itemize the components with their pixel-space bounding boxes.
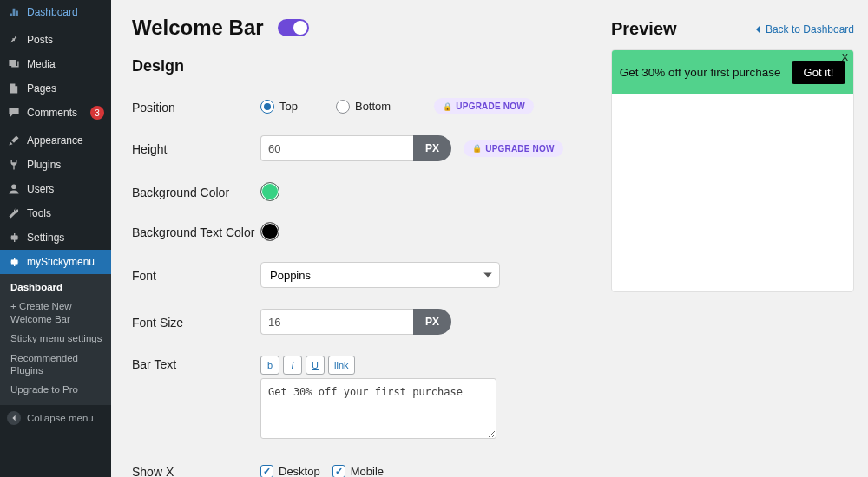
sidebar-item-label: Posts [27, 34, 104, 46]
enable-toggle[interactable] [278, 19, 309, 36]
sidebar-item-dashboard[interactable]: Dashboard [0, 0, 111, 24]
sidebar-submenu: Dashboard + Create New Welcome Bar Stick… [0, 274, 111, 405]
preview-title: Preview [611, 19, 677, 39]
row-bar-text: Bar Text b i U link [132, 349, 590, 456]
font-select[interactable]: Poppins [260, 262, 500, 288]
lock-icon: 🔒 [443, 102, 452, 111]
row-font-size: Font Size PX [132, 302, 590, 349]
radio-label: Top [279, 100, 298, 113]
font-label: Font [132, 267, 260, 283]
comments-count-badge: 3 [90, 106, 104, 120]
sidebar-item-settings[interactable]: Settings [0, 225, 111, 250]
radio-label: Bottom [355, 100, 391, 113]
editor-link-button[interactable]: link [328, 356, 355, 375]
showx-desktop-checkbox[interactable]: Desktop [260, 465, 320, 478]
sidebar-item-plugins[interactable]: Plugins [0, 153, 111, 177]
preview-frame: Get 30% off your first purchase Got it! … [611, 49, 854, 292]
sidebar-item-pages[interactable]: Pages [0, 76, 111, 101]
collapse-menu-button[interactable]: Collapse menu [0, 405, 111, 431]
editor-underline-button[interactable]: U [306, 356, 325, 375]
fontsize-input[interactable] [260, 309, 413, 335]
position-top-radio[interactable]: Top [260, 100, 298, 114]
gear-icon [7, 255, 21, 269]
bgcolor-label: Background Color [132, 184, 260, 199]
upgrade-now-button[interactable]: 🔒 UPGRADE NOW [434, 98, 534, 114]
sidebar-item-mystickymenu[interactable]: myStickymenu [0, 250, 111, 274]
editor-bold-button[interactable]: b [260, 356, 279, 375]
sidebar-sub-dashboard[interactable]: Dashboard [0, 278, 111, 297]
collapse-icon [7, 411, 21, 425]
sidebar-item-label: Pages [27, 82, 104, 95]
font-value: Poppins [270, 269, 311, 282]
row-bg-color: Background Color [132, 175, 590, 215]
row-font: Font Poppins [132, 255, 590, 302]
sidebar-item-users[interactable]: Users [0, 177, 111, 201]
upgrade-label: UPGRADE NOW [485, 144, 554, 154]
preview-panel: Preview Back to Dashboard Get 30% off yo… [611, 16, 854, 292]
check-label: Desktop [279, 465, 320, 478]
fontsize-label: Font Size [132, 314, 260, 330]
sidebar-item-label: Plugins [27, 159, 104, 171]
bgcolor-swatch[interactable] [260, 182, 279, 201]
sidebar-item-label: Tools [27, 207, 104, 219]
sidebar-item-label: Users [27, 183, 104, 195]
editor-italic-button[interactable]: i [283, 356, 302, 375]
sidebar-item-comments[interactable]: Comments 3 [0, 101, 111, 125]
bartext-textarea[interactable] [260, 378, 496, 439]
gear-icon [7, 231, 21, 245]
form-panel: Welcome Bar Design Position Top Bottom 🔒… [132, 16, 590, 477]
sidebar-item-label: Appearance [27, 134, 104, 147]
row-position: Position Top Bottom 🔒 UPGRADE NOW [132, 91, 590, 128]
preview-close-button[interactable]: X [842, 52, 848, 62]
sidebar-item-media[interactable]: Media [0, 52, 111, 76]
pin-icon [7, 33, 21, 47]
chevron-left-icon [753, 25, 762, 34]
comment-icon [7, 106, 21, 120]
height-label: Height [132, 140, 260, 156]
sidebar-sub-create[interactable]: + Create New Welcome Bar [0, 297, 111, 329]
showx-mobile-checkbox[interactable]: Mobile [332, 465, 384, 478]
sidebar-item-appearance[interactable]: Appearance [0, 128, 111, 153]
brush-icon [7, 134, 21, 147]
sidebar-sub-recommended[interactable]: Recommended Plugins [0, 349, 111, 381]
preview-bar: Get 30% off your first purchase Got it! … [612, 50, 853, 94]
bartext-label: Bar Text [132, 356, 260, 371]
plug-icon [7, 158, 21, 172]
sidebar-item-posts[interactable]: Posts [0, 28, 111, 52]
height-input[interactable] [260, 135, 413, 161]
media-icon [7, 57, 21, 71]
position-bottom-radio[interactable]: Bottom [336, 100, 391, 114]
upgrade-label: UPGRADE NOW [456, 101, 524, 111]
admin-sidebar: Dashboard Posts Media Pages Comments 3 A… [0, 0, 111, 477]
section-title: Design [132, 57, 590, 75]
lock-icon: 🔒 [472, 144, 482, 153]
sidebar-item-tools[interactable]: Tools [0, 201, 111, 225]
dashboard-icon [7, 5, 21, 19]
fontsize-unit: PX [413, 309, 451, 335]
sidebar-sub-upgrade[interactable]: Upgrade to Pro [0, 380, 111, 399]
height-unit: PX [413, 135, 451, 161]
textcolor-label: Background Text Color [132, 224, 260, 239]
wrench-icon [7, 206, 21, 220]
back-to-dashboard-link[interactable]: Back to Dashboard [753, 23, 854, 36]
showx-label: Show X [132, 463, 260, 477]
page-icon [7, 82, 21, 95]
sidebar-item-label: Media [27, 58, 104, 70]
check-label: Mobile [351, 465, 384, 478]
collapse-menu-label: Collapse menu [27, 413, 94, 423]
textcolor-swatch[interactable] [260, 222, 279, 241]
svg-point-0 [11, 184, 16, 189]
preview-bar-text: Get 30% off your first purchase [620, 66, 781, 79]
row-show-x: Show X Desktop Mobile [132, 456, 590, 477]
back-label: Back to Dashboard [766, 23, 854, 36]
bartext-editor: b i U link [260, 356, 496, 442]
sidebar-item-label: Dashboard [27, 6, 104, 18]
sidebar-item-label: Comments [27, 107, 84, 119]
user-icon [7, 182, 21, 196]
main-content: Welcome Bar Design Position Top Bottom 🔒… [111, 0, 868, 477]
position-label: Position [132, 99, 260, 114]
sidebar-item-label: myStickymenu [27, 256, 104, 268]
upgrade-now-button[interactable]: 🔒 UPGRADE NOW [464, 140, 563, 157]
sidebar-sub-sticky-settings[interactable]: Sticky menu settings [0, 329, 111, 348]
preview-cta-button[interactable]: Got it! [792, 61, 846, 84]
